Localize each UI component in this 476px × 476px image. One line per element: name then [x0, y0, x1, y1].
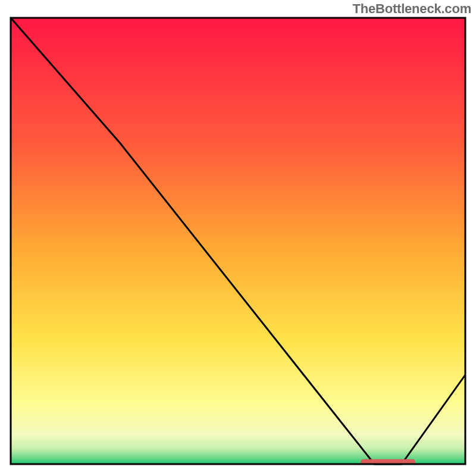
- plot-background: [11, 18, 465, 464]
- chart-svg: [0, 0, 476, 476]
- chart-container: TheBottleneck.com: [0, 0, 476, 476]
